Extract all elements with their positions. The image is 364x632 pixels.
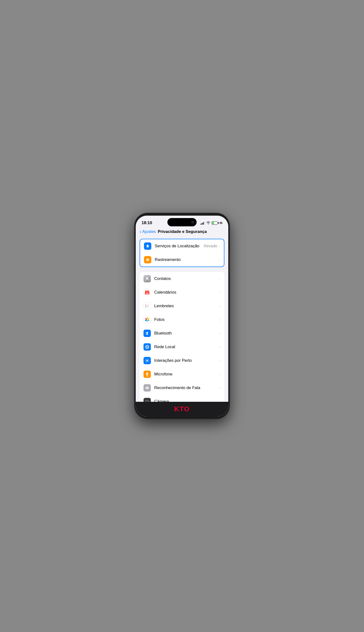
- speech-recognition-label: Reconhecimento de Fala: [154, 386, 219, 390]
- svg-rect-28: [146, 372, 148, 374]
- microphone-icon: [144, 370, 151, 378]
- tracking-chevron: ›: [219, 258, 220, 262]
- tracking-row[interactable]: Rastreamento ›: [140, 253, 224, 266]
- location-services-value: Ativado: [204, 244, 218, 248]
- speech-recognition-row[interactable]: Reconhecimento de Fala ›: [140, 381, 224, 395]
- dynamic-island: [168, 218, 196, 226]
- back-button[interactable]: ‹ Ajustes: [140, 229, 156, 234]
- contacts-icon: [144, 275, 151, 282]
- camera-chevron: ›: [219, 400, 220, 402]
- tracking-icon: [144, 256, 151, 263]
- phone-screen: 18:10: [136, 216, 228, 416]
- permissions-group: Contatos › ●●● 15: [140, 272, 224, 402]
- svg-point-10: [146, 306, 146, 306]
- volume-up-button[interactable]: [134, 250, 135, 264]
- nearby-interactions-chevron: ›: [219, 359, 220, 362]
- photos-icon: [144, 316, 151, 323]
- svg-text:15: 15: [146, 292, 148, 294]
- svg-point-21: [147, 319, 148, 320]
- contacts-label: Contatos: [154, 276, 219, 281]
- location-services-chevron: ›: [219, 244, 220, 248]
- bluetooth-row[interactable]: Bluetooth ›: [140, 326, 224, 340]
- calendars-row[interactable]: ●●● 15 Calendários ›: [140, 286, 224, 299]
- svg-point-9: [146, 305, 146, 306]
- status-bar: 18:10: [136, 216, 228, 227]
- calendars-label: Calendários: [154, 290, 219, 295]
- photos-row[interactable]: Fotos ›: [140, 313, 224, 326]
- svg-point-11: [146, 307, 146, 308]
- kto-brand: KTO: [174, 405, 190, 413]
- bluetooth-label: Bluetooth: [154, 331, 219, 336]
- contacts-row[interactable]: Contatos ›: [140, 272, 224, 286]
- location-services-row[interactable]: Serviços de Localização Ativado ›: [140, 239, 224, 253]
- settings-content: Serviços de Localização Ativado › Rastre…: [136, 237, 228, 402]
- svg-point-25: [146, 360, 148, 361]
- battery-icon: 35: [212, 222, 222, 225]
- speech-recognition-icon: [144, 384, 151, 392]
- tracking-label: Rastreamento: [155, 257, 219, 262]
- svg-rect-35: [148, 387, 149, 388]
- back-chevron-icon: ‹: [140, 229, 141, 234]
- location-services-icon: [144, 242, 151, 250]
- signal-icon: [200, 221, 205, 225]
- reminders-label: Lembretes: [154, 304, 219, 308]
- camera-row[interactable]: Câmera ›: [140, 395, 224, 402]
- photos-chevron: ›: [219, 318, 220, 322]
- bluetooth-icon: [144, 330, 151, 337]
- status-time: 18:10: [142, 220, 152, 225]
- svg-rect-6: [145, 291, 149, 292]
- reminders-chevron: ›: [219, 304, 220, 308]
- microphone-row[interactable]: Microfone ›: [140, 368, 224, 381]
- svg-rect-39: [148, 401, 148, 401]
- camera-label: Câmera: [154, 399, 219, 402]
- wifi-icon: [206, 221, 210, 225]
- calendars-icon: ●●● 15: [144, 289, 151, 296]
- svg-rect-31: [146, 387, 146, 388]
- camera-indicator: [191, 221, 194, 224]
- svg-rect-34: [148, 387, 148, 389]
- mute-button[interactable]: [134, 238, 135, 246]
- kto-footer: KTO: [136, 402, 228, 416]
- location-services-group: Serviços de Localização Ativado › Rastre…: [140, 239, 224, 267]
- svg-rect-32: [146, 387, 147, 389]
- location-services-label: Serviços de Localização: [155, 244, 204, 248]
- nearby-interactions-icon: [144, 357, 151, 364]
- volume-down-button[interactable]: [134, 268, 135, 282]
- status-icons: 35: [200, 221, 222, 225]
- power-button[interactable]: [229, 252, 230, 274]
- microphone-label: Microfone: [154, 372, 219, 377]
- svg-rect-33: [147, 386, 148, 390]
- back-label: Ajustes: [142, 229, 156, 234]
- nearby-interactions-row[interactable]: Interações por Perto ›: [140, 354, 224, 368]
- local-network-row[interactable]: Rede Local ›: [140, 340, 224, 354]
- calendars-chevron: ›: [219, 290, 220, 294]
- photos-label: Fotos: [154, 317, 219, 322]
- battery-percentage: 35: [220, 222, 222, 224]
- local-network-label: Rede Local: [154, 344, 219, 350]
- reminders-row[interactable]: Lembretes ›: [140, 299, 224, 313]
- nearby-interactions-label: Interações por Perto: [154, 358, 219, 363]
- microphone-chevron: ›: [219, 372, 220, 376]
- local-network-icon: [144, 343, 151, 350]
- page-title: Privacidade e Segurança: [158, 229, 206, 234]
- camera-icon: [144, 398, 151, 402]
- speech-recognition-chevron: ›: [219, 386, 220, 390]
- nav-bar: ‹ Ajustes Privacidade e Segurança: [136, 227, 228, 237]
- bluetooth-chevron: ›: [219, 331, 220, 335]
- phone-device: 18:10: [134, 213, 230, 419]
- local-network-chevron: ›: [219, 345, 220, 349]
- reminders-icon: [144, 302, 151, 310]
- contacts-chevron: ›: [219, 277, 220, 281]
